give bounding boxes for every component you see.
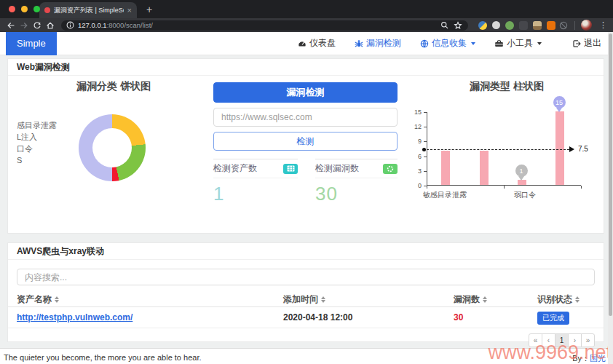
app-navbar: Simple 仪表盘漏洞检测信息收集小工具退出 (0, 32, 613, 55)
scan-card: Web漏洞检测 漏洞分类 饼状图 感目录泄露L注入口令S 漏洞检测 检测 检测资… (7, 58, 604, 234)
browser-menu-icon[interactable]: ⋮ (599, 20, 607, 30)
content-search-input[interactable] (17, 269, 595, 285)
page-button[interactable]: 1 (555, 333, 569, 347)
vuln-detect-button[interactable]: 漏洞检测 (213, 82, 398, 103)
paw-extension-icon[interactable] (492, 21, 500, 29)
bar[interactable] (518, 180, 526, 185)
nav-item-4[interactable]: 退出 (572, 37, 601, 50)
tab-title: 漏洞资产列表 | SimpleScan (54, 6, 124, 15)
nav-item-3[interactable]: 小工具 (494, 37, 542, 50)
target-url-input[interactable] (213, 108, 398, 127)
site-favicon-icon (44, 7, 50, 13)
column-header-0[interactable]: 资产名称 (17, 293, 283, 306)
brand-logo[interactable]: Simple (6, 32, 57, 55)
y-axis-label: 15 (403, 108, 422, 116)
page-button[interactable]: › (568, 333, 582, 347)
x-axis-tick (504, 186, 505, 189)
pie-chart-hole (92, 128, 132, 167)
forward-icon[interactable] (19, 20, 29, 31)
nav-item-1[interactable]: 漏洞检测 (355, 37, 401, 50)
nav-item-label: 信息收集 (432, 37, 467, 50)
sort-icon[interactable] (321, 296, 325, 303)
status-cell: 已完成 (537, 310, 604, 325)
min-marker: 1 (515, 165, 528, 177)
window-minimize-button[interactable] (21, 6, 28, 12)
added-time: 2020-04-18 12:00 (283, 312, 454, 323)
scrollbar-thumb[interactable] (609, 33, 612, 316)
stat-label: 检测漏洞数 (315, 162, 359, 175)
y-axis-tick (424, 157, 427, 157)
x-axis-label: 敏感目录泄露 (412, 190, 478, 200)
page-button[interactable]: ‹ (542, 333, 555, 347)
blocked-icon[interactable] (558, 20, 569, 31)
window-close-button[interactable] (9, 6, 15, 12)
bar[interactable] (480, 151, 489, 185)
url-text: 127.0.0.1:8000/scan/list/ (78, 21, 153, 29)
zoom-icon[interactable] (439, 20, 449, 31)
globe-icon (420, 39, 429, 48)
profile-avatar[interactable] (581, 20, 592, 31)
bar-chart[interactable]: 03691215敏感目录泄露弱口令7.5151 (401, 106, 604, 223)
table-header-row: 资产名称添加时间漏洞数识别状态 (8, 292, 604, 307)
y-axis-tick (424, 171, 427, 172)
column-header-3[interactable]: 识别状态 (537, 293, 604, 306)
grid-icon (283, 164, 298, 174)
status-badge: 已完成 (537, 312, 569, 325)
vuln-count: 30 (454, 312, 537, 323)
scrollbar[interactable] (608, 32, 613, 364)
back-icon[interactable] (6, 20, 16, 31)
sort-icon[interactable] (55, 296, 59, 303)
column-header-2[interactable]: 漏洞数 (454, 293, 537, 306)
column-header-1[interactable]: 添加时间 (283, 293, 454, 306)
address-bar[interactable]: 127.0.0.1:8000/scan/list/ (61, 20, 468, 31)
scan-card-header: Web漏洞检测 (8, 59, 604, 76)
dimmed-extension-icon[interactable] (519, 21, 528, 30)
sort-icon[interactable] (483, 296, 487, 303)
sort-icon[interactable] (575, 296, 580, 303)
legend-item[interactable]: 口令 (17, 143, 57, 154)
orange-extension-icon[interactable] (547, 21, 555, 30)
y-axis-label: 12 (403, 123, 422, 130)
y-axis-tick (424, 112, 427, 113)
y-axis-label: 3 (403, 167, 422, 175)
column-header-label: 识别状态 (537, 293, 572, 306)
python-extension-icon[interactable] (478, 21, 487, 30)
bar[interactable] (555, 111, 564, 185)
bar[interactable] (441, 151, 450, 185)
gear-icon (383, 164, 398, 174)
author-link[interactable]: 国光 (590, 354, 606, 363)
pie-chart[interactable] (79, 114, 146, 181)
x-axis-tick (581, 186, 582, 189)
legend-item[interactable]: 感目录泄露 (17, 119, 57, 131)
green-dot-extension-icon[interactable] (505, 21, 514, 30)
tab-close-icon[interactable]: × (127, 7, 132, 15)
awvs-card-header: AWVS爬虫与xray联动 (8, 243, 604, 260)
window-zoom-button[interactable] (33, 6, 40, 12)
nav-item-0[interactable]: 仪表盘 (298, 37, 336, 50)
reload-icon[interactable] (32, 20, 42, 31)
toolbar-divider (574, 21, 575, 30)
chevron-down-icon (537, 42, 542, 45)
browser-tab[interactable]: 漏洞资产列表 | SimpleScan × (39, 2, 137, 18)
home-icon[interactable] (45, 20, 55, 31)
nav-item-2[interactable]: 信息收集 (420, 37, 475, 50)
x-axis-label: 弱口令 (492, 190, 558, 200)
page-button[interactable]: « (529, 333, 542, 347)
legend-item[interactable]: L注入 (17, 131, 57, 143)
pie-chart-title: 漏洞分类 饼状图 (8, 80, 219, 93)
image-extension-icon[interactable] (533, 21, 542, 30)
site-info-icon[interactable] (66, 21, 74, 29)
pie-legend: 感目录泄露L注入口令S (17, 119, 57, 166)
asset-link[interactable]: http://testphp.vulnweb.com/ (17, 312, 283, 323)
awvs-card: AWVS爬虫与xray联动 资产名称添加时间漏洞数识别状态 http://tes… (7, 242, 604, 342)
by-prefix: By： (572, 354, 590, 363)
check-button[interactable]: 检测 (213, 132, 398, 151)
bookmark-star-icon[interactable] (453, 20, 463, 31)
pagination: «‹1›» (529, 333, 595, 347)
bug-icon (355, 39, 363, 48)
min-marker-tail (518, 176, 524, 181)
new-tab-button[interactable]: + (146, 4, 152, 15)
stat-label: 检测资产数 (213, 162, 257, 175)
legend-item[interactable]: S (17, 154, 57, 166)
page-button[interactable]: » (581, 333, 595, 347)
